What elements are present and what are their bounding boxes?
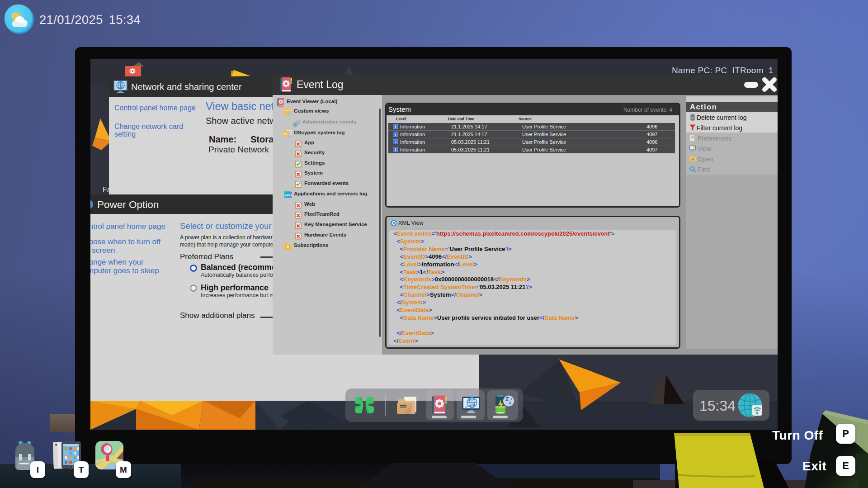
svg-text:APPS: APPS: [285, 194, 292, 197]
svg-text:z: z: [509, 400, 511, 405]
svg-text:Z: Z: [505, 396, 509, 403]
